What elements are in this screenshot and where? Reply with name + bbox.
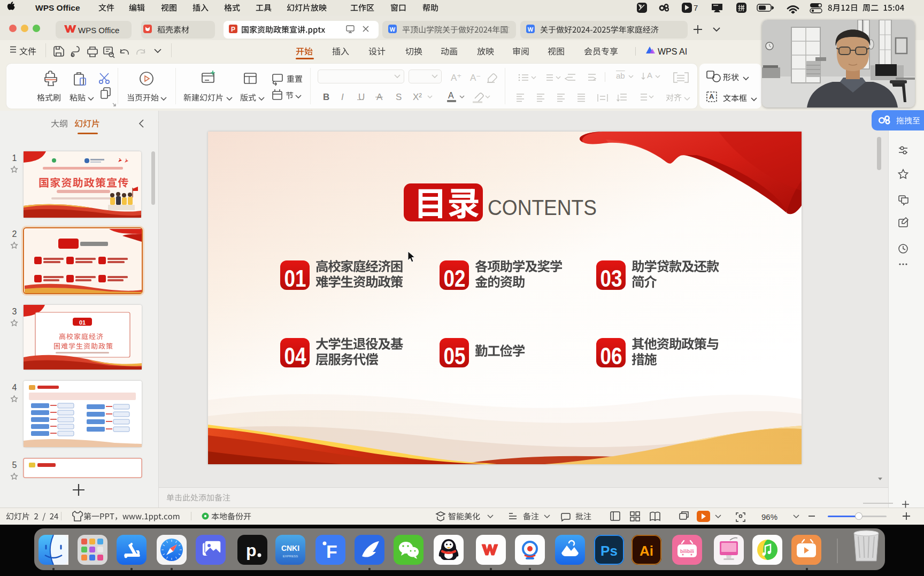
svg-text:Ps: Ps <box>600 543 618 559</box>
svg-text:Ai: Ai <box>640 543 653 559</box>
svg-text:EXPRESS: EXPRESS <box>283 555 298 558</box>
svg-text:p: p <box>246 541 257 560</box>
svg-text:CNKI: CNKI <box>281 544 299 552</box>
svg-text:bilibili: bilibili <box>680 549 694 554</box>
svg-text:F: F <box>326 541 337 562</box>
